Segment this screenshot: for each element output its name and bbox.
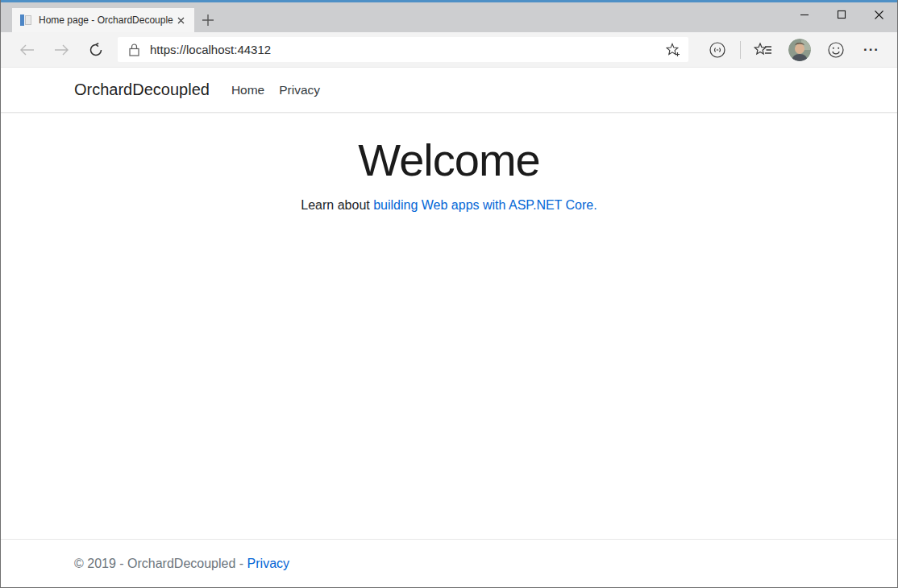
avatar[interactable]: [788, 39, 811, 61]
learn-link[interactable]: building Web apps with ASP.NET Core.: [373, 198, 597, 212]
tab-title: Home page - OrchardDecoupled: [39, 14, 173, 26]
refresh-icon[interactable]: [83, 37, 109, 63]
footer-privacy-link[interactable]: Privacy: [247, 557, 289, 570]
tab-close-icon[interactable]: [173, 13, 188, 27]
address-bar[interactable]: https://localhost:44312: [118, 37, 688, 62]
back-icon[interactable]: [14, 37, 39, 63]
learn-prefix: Learn about: [301, 198, 369, 212]
site-navbar: OrchardDecoupled Home Privacy: [1, 68, 897, 113]
maximize-icon[interactable]: [823, 2, 860, 27]
page-favicon-icon: [19, 14, 32, 27]
reading-view-icon[interactable]: [705, 38, 730, 62]
tab-bar: Home page - OrchardDecoupled: [1, 2, 897, 32]
nav-link-home[interactable]: Home: [224, 77, 272, 104]
add-favorite-icon[interactable]: [658, 37, 688, 62]
new-tab-button[interactable]: [194, 8, 222, 32]
page-viewport: OrchardDecoupled Home Privacy Welcome Le…: [1, 68, 897, 587]
lock-icon: [128, 43, 140, 57]
minimize-icon[interactable]: [786, 2, 823, 27]
close-icon[interactable]: [860, 2, 897, 27]
toolbar-divider: [740, 41, 741, 59]
main-content: Welcome Learn about building Web apps wi…: [1, 113, 897, 539]
browser-toolbar: https://localhost:44312: [1, 32, 897, 68]
forward-icon[interactable]: [48, 37, 74, 63]
page-title: Welcome: [1, 133, 897, 187]
feedback-smiley-icon[interactable]: [824, 38, 848, 62]
nav-link-privacy[interactable]: Privacy: [272, 77, 327, 104]
learn-text: Learn about building Web apps with ASP.N…: [1, 198, 897, 213]
brand-link[interactable]: OrchardDecoupled: [74, 81, 210, 99]
more-options-icon[interactable]: ...: [859, 38, 883, 62]
favorites-hub-icon[interactable]: [751, 38, 775, 62]
window-controls: [786, 2, 897, 27]
browser-tab[interactable]: Home page - OrchardDecoupled: [12, 8, 194, 32]
site-footer: © 2019 - OrchardDecoupled - Privacy: [1, 539, 897, 587]
browser-window: Home page - OrchardDecoupled: [0, 0, 898, 588]
footer-text: © 2019 - OrchardDecoupled -: [74, 557, 243, 570]
url-text[interactable]: https://localhost:44312: [150, 43, 658, 56]
